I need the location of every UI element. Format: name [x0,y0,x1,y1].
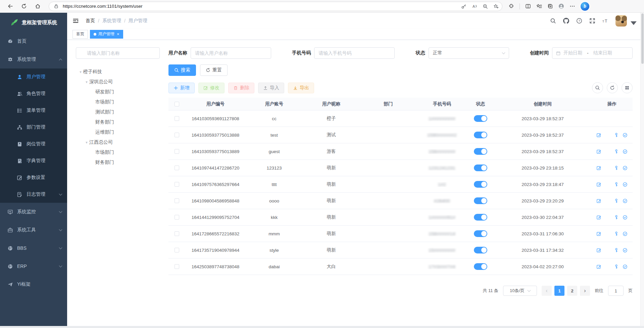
check-circle-icon[interactable] [623,215,628,220]
github-icon[interactable] [563,18,569,24]
add-button[interactable]: 新增 [168,83,195,93]
key-icon[interactable] [614,133,619,138]
edit-icon[interactable] [596,149,601,154]
check-circle-icon[interactable] [623,198,628,203]
table-columns-button[interactable] [622,82,633,93]
status-toggle-on[interactable] [474,230,487,237]
sidebar-item-参数设置[interactable]: 参数设置 [0,169,67,186]
table-search-button[interactable] [592,82,603,93]
row-checkbox[interactable] [175,248,179,252]
sidebar-item-字典管理[interactable]: 字典管理 [0,152,67,169]
more-icon[interactable] [569,3,575,9]
delete-icon[interactable] [605,231,610,236]
sidebar-item-系统监控[interactable]: 系统监控 [0,203,67,221]
tree-node-市场部门[interactable]: 市场部门 [76,147,160,157]
sidebar-item-系统工具[interactable]: 系统工具 [0,221,67,239]
status-select[interactable]: 正常 [429,47,509,59]
url-text[interactable]: https://ccnetcore.com:1101/system/user [63,4,461,9]
home-icon[interactable] [35,3,41,9]
reset-button[interactable]: 重置 [200,64,228,76]
search-icon[interactable] [550,18,556,24]
select-all-checkbox[interactable] [175,102,179,106]
delete-icon[interactable] [605,182,610,187]
key-icon[interactable] [614,215,619,220]
tab-首页[interactable]: 首页 [72,30,88,39]
edit-icon[interactable] [596,182,601,187]
daterange-picker[interactable]: 开始日期 - 结束日期 [552,47,633,59]
sidebar-item-BBS[interactable]: BBS [0,239,67,257]
row-checkbox[interactable] [175,231,179,236]
edit-icon[interactable] [596,198,601,203]
page-button-1[interactable]: 1 [554,286,564,296]
zoom-out-icon[interactable] [483,4,488,9]
sidebar-item-Yi框架[interactable]: Yi框架 [0,275,67,293]
status-toggle-on[interactable] [474,214,487,221]
delete-icon[interactable] [605,264,610,269]
row-checkbox[interactable] [175,149,179,154]
tree-node-财务部门[interactable]: 财务部门 [76,157,160,168]
row-checkbox[interactable] [175,166,179,170]
check-circle-icon[interactable] [623,149,628,154]
key-icon[interactable] [614,248,619,253]
copilot-icon[interactable]: b [581,2,589,11]
username-input[interactable] [191,47,271,59]
check-circle-icon[interactable] [623,264,628,269]
date-start-placeholder[interactable]: 开始日期 [563,50,582,56]
tree-expand-icon[interactable]: ▾ [84,140,89,145]
tree-node-橙子科技[interactable]: ▾橙子科技 [76,67,160,77]
edit-icon[interactable] [596,231,601,236]
status-toggle-on[interactable] [474,115,487,122]
scrollbar-thumb[interactable] [641,13,644,64]
delete-icon[interactable] [605,198,610,203]
collections-icon[interactable] [547,3,553,9]
tree-node-运维部门[interactable]: 运维部门 [76,127,160,137]
sidebar-item-首页[interactable]: 首页 [0,32,67,50]
read-aloud-icon[interactable]: A [472,4,477,9]
tree-expand-icon[interactable]: ▾ [78,70,83,74]
sidebar-collapse-icon[interactable] [72,18,79,24]
status-toggle-on[interactable] [474,197,487,204]
check-circle-icon[interactable] [623,231,628,236]
key-icon[interactable] [614,198,619,203]
date-end-placeholder[interactable]: 结束日期 [593,50,612,56]
breadcrumb-item[interactable]: 首页 [86,18,95,24]
check-circle-icon[interactable] [623,248,628,253]
tree-node-江西总公司[interactable]: ▾江西总公司 [76,137,160,147]
fullscreen-icon[interactable] [589,18,595,24]
status-toggle-on[interactable] [474,165,487,171]
address-bar[interactable]: https://ccnetcore.com:1101/system/user A [49,2,502,11]
key-icon[interactable] [614,264,619,269]
status-toggle-on[interactable] [474,263,487,270]
avatar[interactable] [615,15,627,27]
prev-page-button[interactable]: ‹ [542,286,552,296]
row-checkbox[interactable] [175,215,179,220]
tree-node-深圳总公司[interactable]: ▾深圳总公司 [76,77,160,87]
profile-icon[interactable] [558,3,564,9]
tree-expand-icon[interactable]: ▾ [84,80,89,84]
page-button-2[interactable]: 2 [567,286,577,296]
row-checkbox[interactable] [175,116,179,121]
tree-node-财务部门[interactable]: 财务部门 [76,117,160,127]
edit-icon[interactable] [596,166,601,171]
sidebar-item-ERP[interactable]: ERP [0,257,67,275]
check-circle-icon[interactable] [623,166,628,171]
delete-icon[interactable] [605,149,610,154]
phone-input[interactable] [314,47,395,59]
split-screen-icon[interactable] [525,3,531,9]
tab-用户管理[interactable]: 用户管理× [90,30,123,39]
check-circle-icon[interactable] [623,133,628,138]
sidebar-item-角色管理[interactable]: 角色管理 [0,85,67,102]
sidebar-item-菜单管理[interactable]: 菜单管理 [0,102,67,119]
dept-search-input[interactable] [76,47,160,59]
edit-icon[interactable] [596,264,601,269]
status-toggle-on[interactable] [474,148,487,155]
refresh-icon[interactable] [21,3,27,9]
table-refresh-button[interactable] [607,82,618,93]
browser-scrollbar[interactable] [640,13,644,326]
tree-node-研发部门[interactable]: 研发部门 [76,87,160,97]
sidebar-item-岗位管理[interactable]: 岗位管理 [0,136,67,152]
sidebar-item-部门管理[interactable]: 部门管理 [0,119,67,136]
delete-icon[interactable] [605,215,610,220]
key-icon[interactable] [614,231,619,236]
edit-icon[interactable] [596,215,601,220]
